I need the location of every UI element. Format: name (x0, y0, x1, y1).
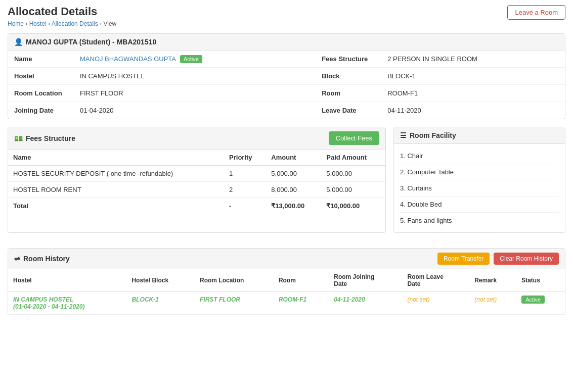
person-icon (14, 38, 23, 46)
label-fees-structure: Fees Structure (316, 51, 381, 68)
total-label: Total (8, 198, 224, 214)
facility-item-5: 5. Fans and lights (400, 213, 559, 228)
value-hostel: IN CAMPUS HOSTEL (74, 68, 316, 85)
history-block: BLOCK-1 (126, 292, 195, 315)
room-history-actions: Room Transfer Clear Room History (437, 253, 559, 265)
fees-table: Name Priority Amount Paid Amount HOSTEL … (8, 150, 385, 214)
fees-card: Fees Structure Collect Fees Name Priorit… (8, 127, 386, 233)
col-name: Name (8, 150, 224, 166)
collect-fees-button[interactable]: Collect Fees (329, 131, 379, 145)
fees-row-amount-2: 8,000.00 (266, 182, 321, 198)
fees-row-amount-1: 5,000.00 (266, 166, 321, 182)
fees-total-row: Total - ₹13,000.00 ₹10,000.00 (8, 198, 385, 214)
history-leave-date: (not set) (403, 292, 470, 315)
fees-title: Fees Structure (26, 134, 75, 142)
leave-room-button[interactable]: Leave a Room (507, 5, 565, 20)
value-leave-date: 04-11-2020 (381, 102, 565, 119)
list-icon (400, 131, 407, 139)
value-room: ROOM-F1 (381, 85, 565, 102)
history-row: IN CAMPUS HOSTEL(01-04-2020 - 04-11-2020… (8, 292, 565, 315)
fees-row-priority-2: 2 (224, 182, 266, 198)
breadcrumb-home[interactable]: Home (8, 20, 24, 27)
total-paid: ₹10,000.00 (321, 198, 385, 214)
label-room: Room (316, 85, 381, 102)
col-history-joining-date: Room JoiningDate (329, 269, 402, 292)
student-heading: MANOJ GUPTA (Student) - MBA201510 (26, 38, 156, 46)
student-card-body: Name MANOJ BHAGWANDAS GUPTA Active Fees … (8, 51, 565, 119)
room-facility-title: Room Facility (410, 131, 456, 139)
total-dash: - (224, 198, 266, 214)
history-status: Active (516, 292, 565, 315)
breadcrumb: Home › Hostel › Allocation Details › Vie… (8, 20, 116, 27)
room-facility-header: Room Facility (394, 127, 565, 144)
breadcrumb-hostel[interactable]: Hostel (29, 20, 47, 27)
room-transfer-button[interactable]: Room Transfer (437, 253, 490, 265)
facility-item-1: 1. Chair (400, 148, 559, 164)
student-card-header: MANOJ GUPTA (Student) - MBA201510 (8, 34, 565, 51)
col-history-hostel: Hostel (8, 269, 126, 292)
col-history-status: Status (516, 269, 565, 292)
history-remark: (not set) (469, 292, 516, 315)
fees-row-name-1: HOSTEL SECURITY DEPOSIT ( one time -refu… (8, 166, 224, 182)
fees-row-name-2: HOSTEL ROOM RENT (8, 182, 224, 198)
breadcrumb-allocation[interactable]: Allocation Details (52, 20, 98, 27)
room-history-card: Room History Room Transfer Clear Room Hi… (8, 248, 565, 315)
swap-icon (14, 255, 20, 263)
facility-list: 1. Chair 2. Computer Table 3. Curtains 4… (394, 144, 565, 232)
fees-card-header: Fees Structure Collect Fees (8, 127, 385, 150)
col-paid-amount: Paid Amount (321, 150, 385, 166)
fees-row: HOSTEL SECURITY DEPOSIT ( one time -refu… (8, 166, 385, 182)
clear-history-button[interactable]: Clear Room History (494, 253, 559, 265)
money-icon (14, 134, 23, 142)
info-row-hostel: Hostel IN CAMPUS HOSTEL Block BLOCK-1 (8, 68, 565, 85)
fees-facility-section: Fees Structure Collect Fees Name Priorit… (8, 127, 565, 240)
facility-item-3: 3. Curtains (400, 180, 559, 197)
fees-row-paid-2: 5,000.00 (321, 182, 385, 198)
room-history-title-text: Room History (23, 255, 70, 263)
total-amount: ₹13,000.00 (266, 198, 321, 214)
facility-item-4: 4. Double Bed (400, 197, 559, 213)
info-row-name: Name MANOJ BHAGWANDAS GUPTA Active Fees … (8, 51, 565, 68)
active-badge: Active (180, 55, 202, 63)
info-row-room-location: Room Location FIRST FLOOR Room ROOM-F1 (8, 85, 565, 102)
col-history-room-location: Room Location (195, 269, 274, 292)
student-info-card: MANOJ GUPTA (Student) - MBA201510 Name M… (8, 33, 565, 119)
history-room: ROOM-F1 (274, 292, 329, 315)
col-history-remark: Remark (469, 269, 516, 292)
info-row-dates: Joining Date 01-04-2020 Leave Date 04-11… (8, 102, 565, 119)
value-block: BLOCK-1 (381, 68, 565, 85)
fees-row-paid-1: 5,000.00 (321, 166, 385, 182)
history-hostel: IN CAMPUS HOSTEL(01-04-2020 - 04-11-2020… (8, 292, 126, 315)
history-room-location: FIRST FLOOR (195, 292, 274, 315)
col-amount: Amount (266, 150, 321, 166)
col-history-block: Hostel Block (126, 269, 195, 292)
status-badge: Active (521, 296, 545, 304)
label-block: Block (316, 68, 381, 85)
fees-row: HOSTEL ROOM RENT 2 8,000.00 5,000.00 (8, 182, 385, 198)
fees-row-priority-1: 1 (224, 166, 266, 182)
room-history-header: Room History Room Transfer Clear Room Hi… (8, 249, 565, 269)
room-facility-card: Room Facility 1. Chair 2. Computer Table… (393, 127, 565, 233)
student-name-link[interactable]: MANOJ BHAGWANDAS GUPTA (80, 55, 175, 63)
col-priority: Priority (224, 150, 266, 166)
history-joining-date: 04-11-2020 (329, 292, 402, 315)
room-history-table: Hostel Hostel Block Room Location Room R… (8, 269, 565, 315)
label-name: Name (8, 51, 74, 68)
col-history-room: Room (274, 269, 329, 292)
label-room-location: Room Location (8, 85, 74, 102)
label-leave-date: Leave Date (316, 102, 381, 119)
value-fees-structure: 2 PERSON IN SINGLE ROOM (381, 51, 565, 68)
fees-table-header-row: Name Priority Amount Paid Amount (8, 150, 385, 166)
col-history-leave-date: Room LeaveDate (403, 269, 470, 292)
page-title: Allocated Details (8, 5, 116, 18)
student-info-table: Name MANOJ BHAGWANDAS GUPTA Active Fees … (8, 51, 565, 119)
label-hostel: Hostel (8, 68, 74, 85)
value-room-location: FIRST FLOOR (74, 85, 316, 102)
value-name: MANOJ BHAGWANDAS GUPTA Active (74, 51, 316, 68)
history-table-header-row: Hostel Hostel Block Room Location Room R… (8, 269, 565, 292)
value-joining-date: 01-04-2020 (74, 102, 316, 119)
label-joining-date: Joining Date (8, 102, 74, 119)
facility-item-2: 2. Computer Table (400, 164, 559, 180)
